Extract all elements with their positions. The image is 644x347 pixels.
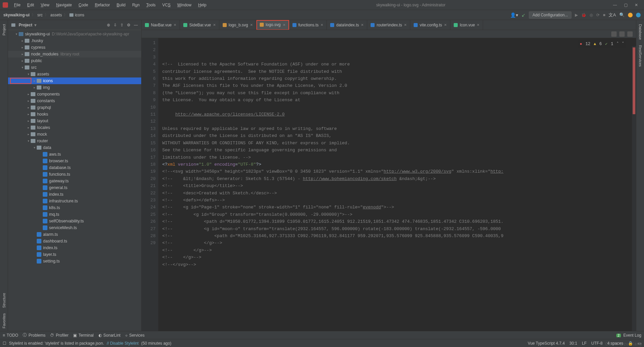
- menu-view[interactable]: View: [38, 1, 52, 9]
- tree-arrow[interactable]: [20, 52, 25, 56]
- status-action[interactable]: // Disable Stylelint: [107, 341, 139, 346]
- preview-icon[interactable]: [627, 31, 633, 37]
- tree-node-aws.ts[interactable]: aws.ts: [8, 151, 141, 158]
- tree-arrow[interactable]: [26, 99, 31, 103]
- tab-close-icon[interactable]: ✕: [283, 23, 285, 27]
- tree-node-infrastructure.ts[interactable]: infrastructure.ts: [8, 198, 141, 204]
- tree-node-setting.ts[interactable]: setting.ts: [8, 258, 141, 265]
- restservices-tool-tab[interactable]: RestServices: [638, 42, 643, 69]
- inspections-widget[interactable]: ●12 ▲6 ✔1 ˄ ˅: [578, 40, 626, 48]
- tree-arrow[interactable]: [26, 72, 31, 76]
- crumb-icons[interactable]: icons: [69, 13, 84, 17]
- tree-node-index.ts[interactable]: index.ts: [8, 191, 141, 198]
- project-tool-tab[interactable]: Project: [1, 21, 7, 38]
- tree-arrow[interactable]: [26, 106, 31, 109]
- menu-tools[interactable]: Tools: [144, 1, 158, 9]
- tool-window-todo[interactable]: ≡TODO: [3, 332, 18, 338]
- tree-node-layer.ts[interactable]: layer.ts: [8, 251, 141, 258]
- tree-node-node_modules[interactable]: node_moduleslibrary root: [8, 51, 141, 57]
- tree-node-k8s.ts[interactable]: k8s.ts: [8, 204, 141, 211]
- tab-NavBar-vue[interactable]: NavBar.vue✕: [142, 20, 180, 30]
- sidebar-action-2[interactable]: ⇧: [120, 23, 124, 27]
- tab-SideBar-vue[interactable]: SideBar.vue✕: [180, 20, 219, 30]
- profile-button[interactable]: ⟳: [596, 13, 600, 17]
- sidebar-action-3[interactable]: ⚙: [127, 23, 131, 27]
- tree-arrow[interactable]: [26, 133, 31, 136]
- tree-node-graphql[interactable]: graphql: [8, 104, 141, 111]
- sidebar-action-0[interactable]: ⊕: [107, 23, 110, 27]
- tree-arrow[interactable]: [20, 59, 25, 62]
- tree-arrow[interactable]: [20, 39, 25, 42]
- soft-wrap-icon[interactable]: [611, 31, 617, 37]
- menu-window[interactable]: Window: [175, 1, 194, 9]
- tree-arrow[interactable]: [14, 32, 19, 36]
- tree-node-locales[interactable]: locales: [8, 124, 141, 131]
- tree-arrow[interactable]: [20, 66, 25, 69]
- ide-settings-icon[interactable]: [636, 13, 641, 17]
- tool-window-terminal[interactable]: ▣Terminal: [73, 332, 93, 338]
- translate-icon[interactable]: 文A: [609, 12, 616, 18]
- tree-arrow[interactable]: [20, 46, 25, 49]
- tree-node-mq.ts[interactable]: mq.ts: [8, 211, 141, 218]
- tree-node-router[interactable]: router: [8, 138, 141, 144]
- tree-node-database.ts[interactable]: database.ts: [8, 164, 141, 171]
- tree-node-index.ts[interactable]: index.ts: [8, 244, 141, 251]
- tab-close-icon[interactable]: ✕: [320, 23, 323, 27]
- tree-arrow[interactable]: [26, 139, 31, 143]
- status-line-ending[interactable]: LF: [582, 341, 587, 346]
- tree-node-alarm.ts[interactable]: alarm.ts: [8, 231, 141, 238]
- tab-vite-config-ts[interactable]: vite.config.ts✕: [410, 20, 450, 30]
- menu-vcs[interactable]: VCS: [160, 1, 173, 9]
- tab-close-icon[interactable]: ✕: [250, 23, 253, 27]
- tree-node-gateway.ts[interactable]: gateway.ts: [8, 178, 141, 184]
- tree-node-img[interactable]: img: [8, 84, 141, 91]
- stop-button[interactable]: ■: [603, 13, 605, 17]
- close-icon[interactable]: ✕: [634, 3, 639, 7]
- tab-functions-ts[interactable]: functions.ts✕: [289, 20, 327, 30]
- crumb-skywalking-ui[interactable]: skywalking-ui: [3, 13, 30, 17]
- menu-run[interactable]: Run: [130, 1, 142, 9]
- tree-node-functions.ts[interactable]: functions.ts: [8, 171, 141, 178]
- tree-node-dashboard.ts[interactable]: dashboard.ts: [8, 238, 141, 244]
- crumb-src[interactable]: src: [37, 13, 43, 17]
- tree-node-layout[interactable]: layout: [8, 118, 141, 124]
- run-button[interactable]: ▶: [575, 13, 578, 17]
- tree-node-hooks[interactable]: hooks: [8, 111, 141, 118]
- ide-scripting-icon[interactable]: [628, 13, 633, 17]
- menu-refactor[interactable]: Refactor: [92, 1, 113, 9]
- minimize-icon[interactable]: —: [613, 3, 617, 7]
- tree-node-cypress[interactable]: cypress: [8, 44, 141, 51]
- run-config-dropdown[interactable]: Add Configuration...: [529, 11, 572, 19]
- maximize-icon[interactable]: ▢: [623, 3, 628, 7]
- structure-tool-tab[interactable]: Structure: [1, 290, 7, 311]
- split-icon[interactable]: [619, 31, 625, 37]
- sidebar-action-1[interactable]: ⇩: [114, 23, 117, 27]
- tree-node-general.ts[interactable]: general.ts: [8, 184, 141, 191]
- favorites-tool-tab[interactable]: Favorites: [1, 311, 7, 331]
- tree-node-src[interactable]: src: [8, 64, 141, 71]
- status-encoding[interactable]: UTF-8: [591, 341, 603, 346]
- tab-logo-svg[interactable]: logo.svg✕: [256, 20, 289, 30]
- tree-arrow[interactable]: [26, 119, 31, 123]
- menu-navigate[interactable]: Navigate: [53, 1, 74, 9]
- menu-edit[interactable]: Edit: [24, 1, 37, 9]
- tool-window-problems[interactable]: ⓘProblems: [23, 332, 45, 338]
- tree-node-skywalking-ui[interactable]: skywalking-uiD:\Work\JavaSpace\apache-sk…: [8, 31, 141, 37]
- sidebar-title[interactable]: Project ▾: [11, 23, 107, 27]
- tree-node-components[interactable]: components: [8, 91, 141, 98]
- tab-data-index-ts[interactable]: data\index.ts✕: [327, 20, 367, 30]
- tree-arrow[interactable]: [32, 86, 37, 89]
- tree-node-assets[interactable]: assets: [8, 71, 141, 77]
- prev-highlight-icon[interactable]: ˄: [617, 41, 619, 48]
- menu-help[interactable]: Help: [195, 1, 209, 9]
- database-tool-tab[interactable]: Database: [638, 21, 643, 42]
- tree-arrow[interactable]: [32, 79, 37, 82]
- tool-window-services[interactable]: ⟐Services: [125, 332, 145, 338]
- menu-code[interactable]: Code: [76, 1, 91, 9]
- tab-close-icon[interactable]: ✕: [213, 23, 216, 27]
- tree-arrow[interactable]: [26, 113, 31, 116]
- build-icon[interactable]: ↙: [521, 12, 525, 18]
- tree-arrow[interactable]: [26, 93, 31, 96]
- tab-close-icon[interactable]: ✕: [174, 23, 176, 27]
- tool-window-sonarlint[interactable]: ◐SonarLint: [98, 332, 121, 338]
